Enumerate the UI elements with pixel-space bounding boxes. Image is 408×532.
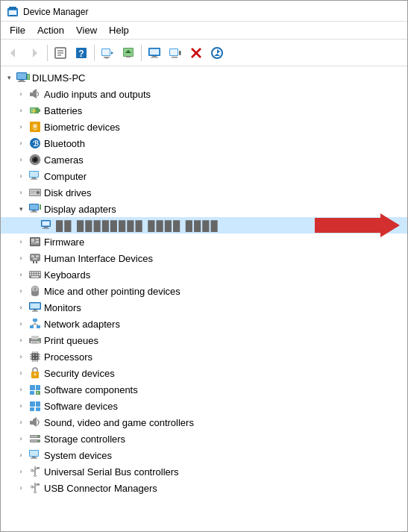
keyboards-expander[interactable]: › xyxy=(16,269,26,280)
tree-item-display-child[interactable]: › ██ ████████ ████ ████ xyxy=(1,217,407,234)
svg-rect-92 xyxy=(34,272,36,273)
firmware-expander[interactable]: › xyxy=(16,237,26,247)
bluetooth-expander[interactable]: › xyxy=(16,138,26,148)
rollback-button[interactable] xyxy=(207,43,227,63)
disable-button[interactable] xyxy=(166,43,185,63)
computer-small-icon xyxy=(28,169,42,183)
update-driver-button[interactable] xyxy=(119,43,138,63)
security-icon xyxy=(28,366,42,380)
menu-bar: File Action View Help xyxy=(1,22,407,40)
usb-connector-expander[interactable]: › xyxy=(16,483,26,493)
tree-item-usb-connector[interactable]: › USB Connector Managers xyxy=(1,480,407,496)
print-expander[interactable]: › xyxy=(16,335,26,345)
svg-marker-44 xyxy=(33,89,37,98)
tree-item-software-components[interactable]: › + Software components xyxy=(1,381,407,398)
svg-rect-87 xyxy=(33,261,34,263)
disk-expander[interactable]: › xyxy=(16,187,26,198)
software-devices-label: Software devices xyxy=(44,401,118,412)
batteries-expander[interactable]: › xyxy=(16,105,26,116)
biometric-expander[interactable]: › xyxy=(16,122,26,132)
properties-icon xyxy=(54,46,67,60)
tree-item-security[interactable]: › Security devices xyxy=(1,365,407,381)
svg-rect-83 xyxy=(30,254,40,261)
tree-root[interactable]: ▾ DILUMS-PC xyxy=(1,69,407,86)
computer-expander[interactable]: › xyxy=(16,171,26,181)
scan-button[interactable] xyxy=(98,43,117,63)
svg-line-114 xyxy=(32,324,36,325)
tree-item-storage[interactable]: › Storage controllers xyxy=(1,431,407,447)
svg-rect-24 xyxy=(150,49,159,54)
keyboards-label: Keyboards xyxy=(44,269,90,281)
menu-view[interactable]: View xyxy=(70,23,103,37)
svg-marker-35 xyxy=(217,49,220,54)
tree-item-usb[interactable]: › Universal Serial Bus controllers xyxy=(1,463,407,480)
window-title: Device Manager xyxy=(23,7,88,17)
menu-file[interactable]: File xyxy=(4,23,31,37)
software-devices-expander[interactable]: › xyxy=(16,401,26,411)
security-expander[interactable]: › xyxy=(16,368,26,378)
svg-point-56 xyxy=(33,157,34,159)
usb-label: Universal Serial Bus controllers xyxy=(44,466,179,478)
software-components-expander[interactable]: › xyxy=(16,384,26,395)
uninstall-button[interactable] xyxy=(186,43,206,63)
bluetooth-label: Bluetooth xyxy=(44,138,85,149)
menu-help[interactable]: Help xyxy=(103,23,135,37)
storage-expander[interactable]: › xyxy=(16,434,26,444)
display-label: Display adapters xyxy=(44,204,116,215)
tree-item-mice[interactable]: › Mice and other pointing devices xyxy=(1,283,407,299)
svg-rect-66 xyxy=(31,193,34,193)
display-child-label: ██ ████████ ████ ████ xyxy=(56,220,219,231)
firmware-icon xyxy=(28,235,42,248)
display-expander[interactable]: ▾ xyxy=(16,204,26,214)
svg-rect-104 xyxy=(34,288,36,290)
system-expander[interactable]: › xyxy=(16,450,26,460)
tree-item-processors[interactable]: › xyxy=(1,348,407,365)
svg-rect-14 xyxy=(102,49,110,55)
tree-item-network[interactable]: › Network adapters xyxy=(1,316,407,332)
tree-item-audio[interactable]: › Audio inputs and outputs xyxy=(1,86,407,102)
properties-button[interactable] xyxy=(51,43,70,63)
hid-expander[interactable]: › xyxy=(16,253,26,263)
tree-item-software-devices[interactable]: › Software devices xyxy=(1,398,407,414)
svg-marker-36 xyxy=(214,54,220,56)
audio-expander[interactable]: › xyxy=(16,89,26,99)
tree-item-hid[interactable]: › Human Interface Devices xyxy=(1,250,407,266)
toolbar-separator-1 xyxy=(47,45,48,61)
monitor-icon xyxy=(148,46,161,60)
tree-item-monitors[interactable]: › Monitors xyxy=(1,299,407,316)
tree-item-bluetooth[interactable]: › ℬ Bluetooth xyxy=(1,135,407,151)
help-button[interactable]: ? xyxy=(72,43,91,63)
root-expander[interactable]: ▾ xyxy=(4,72,14,83)
mice-expander[interactable]: › xyxy=(16,286,26,296)
mice-label: Mice and other pointing devices xyxy=(44,286,181,297)
device-tree[interactable]: ▾ DILUMS-PC › xyxy=(1,66,407,531)
svg-rect-120 xyxy=(32,343,37,344)
tree-item-cameras[interactable]: › Cameras xyxy=(1,151,407,168)
svg-rect-125 xyxy=(36,354,37,356)
usb-expander[interactable]: › xyxy=(16,466,26,477)
sound-expander[interactable]: › xyxy=(16,417,26,428)
tree-item-print[interactable]: › Print queues xyxy=(1,332,407,348)
svg-point-159 xyxy=(38,440,40,442)
svg-rect-162 xyxy=(32,457,36,458)
network-expander[interactable]: › xyxy=(16,319,26,329)
forward-button[interactable] xyxy=(25,43,44,63)
svg-rect-46 xyxy=(39,109,40,112)
cameras-expander[interactable]: › xyxy=(16,154,26,165)
tree-item-system[interactable]: › System devices xyxy=(1,447,407,463)
tree-item-disk[interactable]: › Disk drives xyxy=(1,184,407,201)
svg-rect-3 xyxy=(9,10,16,15)
monitor-button[interactable] xyxy=(145,43,164,63)
monitors-expander[interactable]: › xyxy=(16,302,26,313)
svg-point-64 xyxy=(37,192,39,193)
menu-action[interactable]: Action xyxy=(31,23,70,37)
tree-item-batteries[interactable]: › ⚡ Batteries xyxy=(1,102,407,119)
svg-rect-75 xyxy=(44,227,48,228)
processors-expander[interactable]: › xyxy=(16,351,26,362)
tree-item-sound[interactable]: › Sound, video and game controllers xyxy=(1,414,407,431)
usb-icon xyxy=(28,465,42,478)
tree-item-computer[interactable]: › Computer xyxy=(1,168,407,184)
tree-item-keyboards[interactable]: › Keyboards xyxy=(1,266,407,283)
tree-item-biometric[interactable]: › Biometric devices xyxy=(1,119,407,135)
back-button[interactable] xyxy=(4,43,23,63)
